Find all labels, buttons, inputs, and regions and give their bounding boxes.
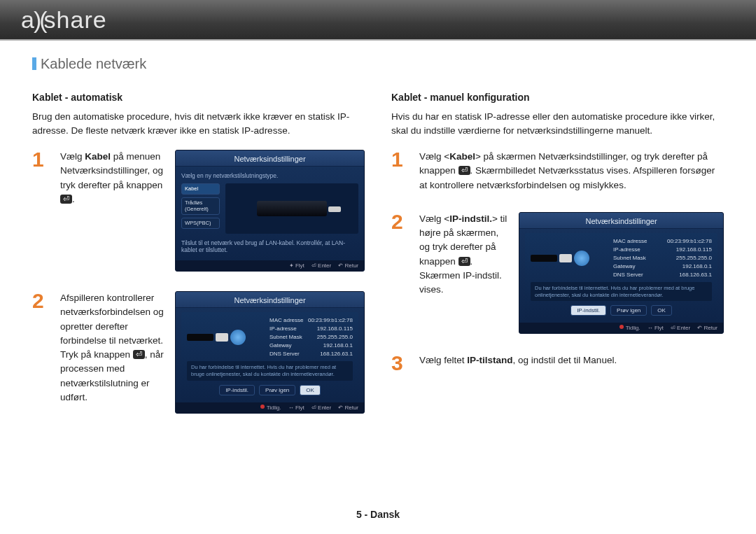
right-step-3: 3 Vælg feltet IP-tilstand, og indstil de… (391, 353, 724, 372)
footer-tidlig: Tidlig. (620, 325, 640, 331)
connection-diagram (187, 316, 264, 358)
shot-tip: Tilslut til et netværk ved brug af LAN-k… (181, 238, 358, 258)
cable-icon (328, 206, 341, 212)
shot-title: Netværksindstillinger (176, 292, 364, 308)
footer-enter: ⏎ Enter (671, 325, 690, 331)
enter-icon: ⏎ (133, 350, 145, 359)
step-text: Vælg <Kabel> på skærmen Netværksindstill… (419, 150, 724, 192)
btn-ok[interactable]: OK (300, 385, 321, 395)
network-info-panel: MAC adresse00:23:99:b1:c2:78 IP-adresse1… (525, 233, 718, 321)
footer-flyt: ↔ Flyt (288, 405, 304, 411)
right-subhead: Kablet - manuel konfiguration (391, 92, 724, 103)
network-info-panel: MAC adresse00:23:99:b1:c2:78 IP-adresse1… (181, 312, 358, 400)
brand-logo: a)(share (21, 6, 107, 34)
title-accent-bar (32, 57, 36, 70)
shot-body: Vælg en ny netværkstilslutningstype. Kab… (176, 167, 364, 260)
footer-enter: ⏎ Enter (312, 262, 331, 269)
shot-footer: Tidlig. ↔ Flyt ⏎ Enter ↶ Retur (519, 323, 723, 333)
column-right: Kablet - manuel konfiguration Hvis du ha… (391, 92, 724, 433)
footer-retur: ↶ Retur (338, 262, 358, 269)
left-step-1: 1 Vælg Kabel på menuen Netværksindstilli… (32, 150, 365, 272)
enter-icon: ⏎ (458, 257, 470, 266)
network-values: MAC adresse00:23:99:b1:c2:78 IP-adresse1… (270, 316, 353, 358)
step-text: Afspilleren kontrollerer netværksforbind… (60, 291, 165, 414)
footer-retur: ↶ Retur (697, 325, 718, 331)
step-text: Vælg <IP-indstil.> til højre på skærmen,… (419, 212, 509, 335)
footer-flyt: ✦ Flyt (289, 262, 304, 269)
screenshot-network-status-ip: Netværksindstillinger MAC adresse00 (519, 212, 724, 335)
footer-tidlig: Tidlig. (260, 405, 281, 411)
shot-body: MAC adresse00:23:99:b1:c2:78 IP-adresse1… (176, 308, 364, 402)
page-footer: 5 - Dansk (0, 509, 756, 520)
button-row: IP-indstil. Prøv igen OK (531, 305, 712, 316)
connection-diagram (531, 237, 608, 279)
step-number: 1 (391, 150, 410, 192)
router-icon (559, 254, 572, 262)
globe-icon (230, 330, 246, 345)
device-preview (225, 183, 358, 234)
screenshot-network-type: Netværksindstillinger Vælg en ny netværk… (175, 150, 365, 272)
shot-title: Netværksindstillinger (519, 213, 723, 229)
shot-footer: ✦ Flyt ⏎ Enter ↶ Retur (176, 260, 364, 271)
section-title-text: Kablede netværk (41, 56, 146, 71)
footer-flyt: ↔ Flyt (648, 325, 664, 331)
shot-body: MAC adresse00:23:99:b1:c2:78 IP-adresse1… (519, 229, 723, 323)
screenshot-network-status-ok: Netværksindstillinger MAC adresse00 (175, 291, 365, 414)
step-text: Vælg feltet IP-tilstand, og indstil det … (419, 353, 724, 372)
step-number: 1 (32, 150, 50, 272)
columns: Kablet - automatisk Brug den automatiske… (32, 92, 724, 433)
button-row: IP-indstil. Prøv igen OK (187, 385, 353, 395)
btn-ip-settings[interactable]: IP-indstil. (570, 305, 606, 316)
footer-enter: ⏎ Enter (312, 405, 331, 411)
page-content: Kablede netværk Kablet - automatisk Brug… (0, 41, 756, 433)
enter-icon: ⏎ (60, 195, 72, 204)
net-item-kabel[interactable]: Kabel (181, 183, 220, 195)
network-select-row: Kabel Trådløs (Generelt) WPS(PBC) (181, 183, 358, 234)
btn-retry[interactable]: Prøv igen (259, 385, 295, 395)
network-type-list: Kabel Trådløs (Generelt) WPS(PBC) (181, 183, 220, 234)
enter-icon: ⏎ (458, 166, 470, 175)
right-step-1: 1 Vælg <Kabel> på skærmen Netværksindsti… (391, 150, 724, 192)
column-left: Kablet - automatisk Brug den automatiske… (32, 92, 365, 433)
left-step-2: 2 Afspilleren kontrollerer netværksforbi… (32, 291, 365, 414)
header-bar: a)(share (0, 0, 756, 41)
net-item-wps[interactable]: WPS(PBC) (181, 218, 220, 229)
shot-hint: Vælg en ny netværkstilslutningstype. (181, 171, 358, 183)
router-icon (216, 333, 228, 342)
net-item-wireless[interactable]: Trådløs (Generelt) (181, 197, 220, 215)
section-title: Kablede netværk (32, 56, 724, 72)
status-message: Du har forbindelse til internettet. Hvis… (187, 361, 353, 381)
bluray-device-icon (257, 201, 327, 216)
btn-ip-settings[interactable]: IP-indstil. (219, 385, 255, 395)
network-values: MAC adresse00:23:99:b1:c2:78 IP-adresse1… (613, 237, 712, 279)
right-intro: Hvis du har en statisk IP-adresse eller … (391, 110, 724, 137)
step-number: 3 (391, 353, 410, 372)
step-text: Vælg Kabel på menuen Netværksindstilling… (60, 150, 165, 272)
step-number: 2 (32, 291, 50, 414)
step-number: 2 (391, 212, 410, 335)
footer-retur: ↶ Retur (338, 405, 358, 411)
btn-ok[interactable]: OK (651, 305, 672, 316)
shot-footer: Tidlig. ↔ Flyt ⏎ Enter ↶ Retur (176, 402, 364, 413)
globe-icon (574, 251, 589, 266)
left-intro: Brug den automatiske procedure, hvis dit… (32, 110, 365, 137)
left-subhead: Kablet - automatisk (32, 92, 365, 103)
shot-title: Netværksindstillinger (176, 150, 364, 167)
bluray-icon (531, 255, 557, 262)
right-step-2: 2 Vælg <IP-indstil.> til højre på skærme… (391, 212, 724, 335)
status-message: Du har forbindelse til internettet. Hvis… (531, 282, 712, 302)
bluray-icon (187, 334, 214, 341)
btn-retry[interactable]: Prøv igen (610, 305, 647, 316)
